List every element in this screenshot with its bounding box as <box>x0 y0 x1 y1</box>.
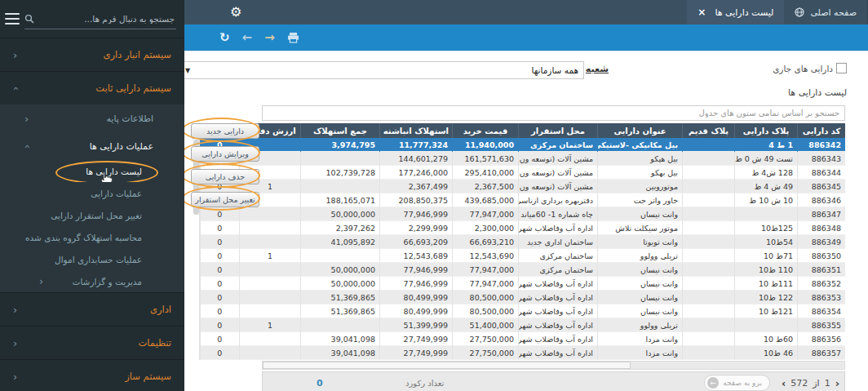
column-header-code[interactable]: کد دارایی <box>798 123 846 138</box>
cell-price: 51,400,000 <box>453 318 519 332</box>
table-row[interactable]: 88635660ط 10وانت مزدااداره آب وفاضلاب شه… <box>200 332 845 346</box>
cell-code: 886350 <box>798 249 846 263</box>
current-assets-label: دارایی های جاری <box>773 64 833 73</box>
chevron-down-icon: ‹ <box>10 86 20 90</box>
sidebar-item-5[interactable]: عملیات دارایی <box>0 182 184 204</box>
cell-code: 886343 <box>798 152 846 166</box>
sidebar-item-6[interactable]: تغییر محل استقرار دارایی <box>0 204 184 226</box>
sidebar-item-7[interactable]: محاسبه استهلاک گروه بندی شده <box>0 226 184 248</box>
cell-old_plate <box>683 180 735 193</box>
cell-total_dep <box>301 318 380 332</box>
cell-code: 886347 <box>798 207 846 221</box>
table-row[interactable]: 88634610 ش 10 طخاور واتر جتدفتربهره بردا… <box>200 193 845 207</box>
table-row[interactable]: 886343تست 49 ش 0 طبیل هپکومشین آلات (توس… <box>200 152 845 166</box>
forward-button[interactable]: → <box>264 32 275 44</box>
action-button-3[interactable]: تغییر محل استقرار <box>191 192 259 207</box>
column-header-total_dep[interactable]: جمع استهلاک <box>301 123 380 138</box>
table-row[interactable]: 88635071ط 10تریلی وولووساختمان مرکزی12,5… <box>200 249 845 263</box>
sidebar-search-input[interactable] <box>38 13 176 24</box>
cell-code: 886346 <box>798 193 846 207</box>
sidebar-item-9[interactable]: مدیریت و گزارشات‹ <box>0 270 184 292</box>
next-page-chevron[interactable]: ‹ <box>782 377 786 389</box>
cell-accumulated: 80,499,999 <box>380 291 453 304</box>
sidebar-item-4[interactable]: لیست دارایی ها <box>0 160 184 182</box>
table-row[interactable]: 8863421 ط 4بیل مکانیکی -لاستیکیساختمان م… <box>200 138 845 152</box>
table-row[interactable]: 886352111ط 10وانت نیساناداره آب وفاضلاب … <box>200 277 845 291</box>
cell-life: 0 <box>200 346 240 360</box>
column-header-accumulated[interactable]: استهلاک انباشته <box>380 123 453 138</box>
cell-title: وانت نیسان <box>598 304 683 318</box>
back-button[interactable]: ← <box>242 32 253 44</box>
cell-code: 886345 <box>798 180 846 193</box>
cell-location: اداره آب وفاضلاب شهر <box>519 318 598 332</box>
table-row[interactable]: 88635746 ط10وانت مزدااداره آب وفاضلاب شه… <box>200 346 845 360</box>
column-header-old_plate[interactable]: پلاک قدیم <box>683 123 735 138</box>
action-buttons: دارایی جدیدویرایش داراییحذف داراییتغییر … <box>184 122 263 285</box>
sidebar-item-2[interactable]: اطلاعات پایه‹ <box>0 104 184 132</box>
cell-code: 886344 <box>798 166 846 180</box>
of-label: از <box>813 378 819 389</box>
sidebar-item-0[interactable]: سیستم انبار داری‹ <box>0 38 184 71</box>
search-icon[interactable] <box>24 14 34 24</box>
cell-old_plate <box>683 235 735 249</box>
table-row[interactable]: 886344128 ش4 طبیل بهکومشین آلات (توسعه و… <box>200 166 845 180</box>
close-tab-icon[interactable]: × <box>698 7 706 18</box>
goto-page-button[interactable]: برو به صفحه ← <box>704 375 770 391</box>
cell-code: 886356 <box>798 332 846 346</box>
action-button-0[interactable]: دارایی جدید <box>191 123 259 139</box>
tab-home[interactable]: صفحه اصلی <box>784 0 868 24</box>
sidebar-item-3[interactable]: عملیات دارایی ها‹ <box>0 132 184 160</box>
table-row[interactable]: 886353122 ط10وانت نیساناداره آب وفاضلاب … <box>200 291 845 304</box>
cell-location: اداره آب وفاضلاب شهر <box>519 346 598 360</box>
table-row[interactable]: 886351110 ط10وانت نیسانساختمان مرکزی77,9… <box>200 263 845 277</box>
hamburger-icon[interactable] <box>5 13 20 24</box>
sidebar-item-11[interactable]: تنظیمات‹ <box>0 326 184 359</box>
gear-icon[interactable]: ⚙ <box>230 6 241 19</box>
current-assets-checkbox[interactable]: دارایی های جاری <box>773 63 847 73</box>
table-row[interactable]: 886348125ط10موتور سیکلت تلاشاداره آب وفا… <box>200 221 845 235</box>
sidebar-item-1[interactable]: سیستم دارایی ثابت‹ <box>0 71 184 104</box>
chevron-left-icon: ‹ <box>13 338 17 349</box>
horizontal-scrollbar[interactable] <box>262 361 845 370</box>
table-search-input[interactable] <box>262 105 845 121</box>
cell-accumulated: 66,693,209 <box>380 235 453 249</box>
column-header-plate[interactable]: پلاک دارایی <box>735 123 798 138</box>
sidebar-item-12[interactable]: سیستم ساز‹ <box>0 359 184 391</box>
printer-icon <box>287 32 299 43</box>
sidebar-item-label: عملیات دارایی ها <box>90 141 153 152</box>
chevron-left-icon: ‹ <box>24 113 29 124</box>
print-button[interactable] <box>287 32 299 43</box>
sidebar-item-label: تنظیمات <box>138 337 171 349</box>
branch-select[interactable]: همه سازمانها ▼ <box>179 61 584 79</box>
table-row[interactable]: 886355تریلی وولوواداره آب وفاضلاب شهر51,… <box>200 318 845 332</box>
action-button-1[interactable]: ویرایش دارایی <box>191 146 259 162</box>
checkbox-icon[interactable] <box>836 63 847 73</box>
cell-old_plate <box>683 291 735 304</box>
horizontal-scrollbar-thumb[interactable] <box>263 362 631 369</box>
sidebar-item-10[interactable]: اداری‹ <box>0 292 184 326</box>
cell-accumulated: 77,946,999 <box>380 263 453 277</box>
cell-price: 12,543,690 <box>453 249 519 263</box>
table-row[interactable]: 886354121ط 10وانت نیساناداره آب وفاضلاب … <box>200 304 845 318</box>
record-count-value: 0 <box>317 378 323 389</box>
sidebar-item-8[interactable]: عملیات حسابداری اموال <box>0 248 184 270</box>
cell-price: 295,410,000 <box>453 166 519 180</box>
table-row[interactable]: 886347وانت نیسانچاه شماره 1- 60میاند77,9… <box>200 207 845 221</box>
chevron-down-icon: ‹ <box>21 144 32 148</box>
cell-old_plate <box>683 221 735 235</box>
action-button-wrap: دارایی جدید <box>186 122 259 138</box>
column-header-title[interactable]: عنوان دارایی <box>598 123 683 138</box>
cell-title: موتور سیکلت تلاش <box>598 221 683 235</box>
action-button-2[interactable]: حذف دارایی <box>191 169 259 184</box>
column-header-location[interactable]: محل استقرار <box>519 123 598 138</box>
cell-total_dep: 39,041,098 <box>301 346 380 360</box>
table-row[interactable]: 88634549 ش 4 طموتوروبینمشین آلات (توسعه … <box>200 180 845 193</box>
prev-page-chevron[interactable]: › <box>835 377 839 389</box>
chevron-left-icon: ‹ <box>13 371 17 382</box>
cell-location: اداره آب وفاضلاب شهر <box>519 332 598 346</box>
refresh-button[interactable]: ↻ <box>219 32 230 44</box>
table-row[interactable]: 88634954ط10وانت تویوتاساختمان اداری جدید… <box>200 235 845 249</box>
column-header-price[interactable]: قیمت خرید <box>453 123 519 138</box>
tab-asset-list[interactable]: لیست دارایی ها × <box>687 0 784 24</box>
cell-price: 27,750,000 <box>453 332 519 346</box>
